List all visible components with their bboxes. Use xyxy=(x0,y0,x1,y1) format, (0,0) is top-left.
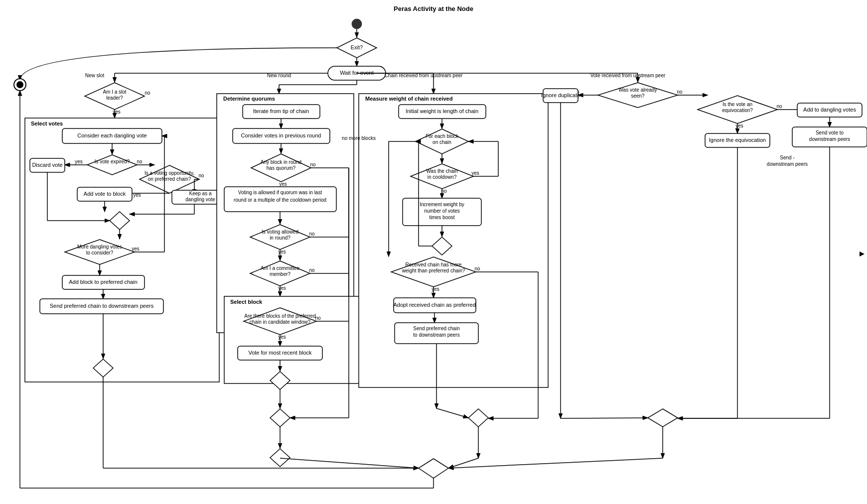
voting-opp-no: no xyxy=(198,173,204,178)
no-more-blocks-label: no more blocks xyxy=(342,135,376,141)
add-vote-label: Add vote to block xyxy=(84,191,126,197)
equivocation-label1: Is the vote an xyxy=(722,102,752,107)
keep-dangling-label2: dangling vote xyxy=(185,197,215,202)
consider-votes-prev-label: Consider votes in previous round xyxy=(241,132,321,138)
more-dangling-yes: yes xyxy=(132,246,140,252)
more-weight-no: no xyxy=(474,266,480,271)
more-weight-yes: yes xyxy=(432,286,439,292)
received-more-weight-label1: Received chain has more xyxy=(406,262,462,267)
exit-label: Exit? xyxy=(351,44,363,50)
equivocation-label2: equivocation? xyxy=(722,108,753,113)
select-block-title: Select block xyxy=(230,299,263,305)
more-dangling-label1: More dangling votes xyxy=(77,244,122,250)
measure-weight-title: Measure weight of chain received xyxy=(365,96,452,102)
voting-allowed-no: no xyxy=(309,231,315,237)
send-preferred-right-label1: Send preferred chain xyxy=(413,326,459,331)
ignore-equivocation-label: Ignore the equivocation xyxy=(709,137,766,143)
svg-line-81 xyxy=(561,418,648,418)
slot-leader-yes: yes xyxy=(113,109,121,115)
svg-point-3 xyxy=(16,81,23,88)
any-block-quorum-label1: Any block in round xyxy=(261,159,301,165)
discard-vote-label: Discard vote xyxy=(32,162,62,168)
select-block-section xyxy=(224,296,361,383)
keep-dangling-label1: Keep as a xyxy=(189,191,211,196)
blocks-no: no xyxy=(315,315,321,321)
send-vote-downstream-label2: downstream peers xyxy=(809,136,850,142)
slot-leader-label2: leader? xyxy=(106,95,123,101)
received-more-weight-label2: weight than preferred chain? xyxy=(402,268,465,273)
start-node xyxy=(352,19,362,29)
wait-for-event-label: Wait for event xyxy=(340,70,373,76)
increment-weight-label1: Increment weight by xyxy=(420,202,464,207)
chain-cooldown-label1: Was the chain xyxy=(427,168,458,174)
vote-recent-label: Vote for most recent block xyxy=(248,350,312,356)
select-votes-title: Select votes xyxy=(31,121,63,126)
voting-allowed-d-label1: Is voting allowed xyxy=(262,229,298,235)
send-downstream-right-label: Send - xyxy=(780,155,794,160)
slot-leader-label: Am I a slot xyxy=(103,89,126,95)
blocks-candidate-label1: Are there blocks of the preferred xyxy=(244,313,315,319)
voting-opp-label1: Is a voting opportunity, xyxy=(144,170,194,176)
expired-yes: yes xyxy=(75,159,83,164)
committee-member-label2: member? xyxy=(270,271,291,277)
adopt-received-label: Adopt received chain as preferred xyxy=(393,302,475,308)
send-preferred-left-label: Send preferred chain to downstream peers xyxy=(50,303,154,309)
new-slot-label: New slot xyxy=(85,73,105,78)
determine-quorums-title: Determine quorums xyxy=(223,96,275,102)
committee-member-label1: Am I a committee xyxy=(261,265,299,271)
consider-dangling-label: Consider each dangling vote xyxy=(77,132,146,138)
voting-allowed-d-label2: in round? xyxy=(270,235,290,241)
quorum-no: no xyxy=(310,162,316,167)
send-downstream-right-label2: downstream peers xyxy=(767,161,808,167)
cooldown-yes: yes xyxy=(471,170,479,176)
for-each-block-label1: For each block xyxy=(426,133,459,139)
iterate-tip-label: Iterate from tip of chain xyxy=(253,108,309,114)
blocks-candidate-label2: chain in candidate window? xyxy=(250,319,311,325)
voting-allowed-label2: round or a multiple of the cooldown peri… xyxy=(234,197,326,203)
voting-allowed-yes: yes xyxy=(278,249,286,254)
voting-opp-label2: on preferred chain? xyxy=(148,176,191,182)
committee-yes: yes xyxy=(278,285,286,291)
increment-weight-label2: number of votes xyxy=(424,208,460,214)
diagram-title: Peras Activity at the Node xyxy=(394,5,473,12)
equivocation-no: no xyxy=(776,104,782,109)
quorum-yes: yes xyxy=(279,181,287,187)
vote-seen-label1: Was vote already xyxy=(619,87,657,93)
initial-weight-label: Initial weight is length of chain xyxy=(406,108,478,114)
diagram-container: Peras Activity at the Node Exit? Wait fo… xyxy=(0,0,867,504)
send-vote-downstream-label1: Send vote to xyxy=(816,130,844,135)
blocks-yes: yes xyxy=(278,334,286,340)
equivocation-yes: yes xyxy=(735,123,743,128)
committee-no: no xyxy=(309,267,315,273)
add-dangling-label: Add to dangling votes xyxy=(803,107,856,113)
add-block-preferred-label: Add block to preferred chain xyxy=(69,279,138,285)
voting-allowed-label1: Voting is allowed if quorum was in last xyxy=(238,190,322,195)
vote-expired-label: Is vote expired? xyxy=(95,159,130,164)
vote-seen-no: no xyxy=(677,89,683,95)
increment-weight-label3: times boost xyxy=(429,215,454,220)
more-dangling-label2: to consider? xyxy=(86,250,114,255)
vote-seen-label2: seen? xyxy=(631,93,645,99)
send-preferred-right-label2: to downstream peers xyxy=(413,332,459,338)
for-each-block-label2: on chain xyxy=(433,139,451,145)
ignore-duplicate-label: Ignore duplicate xyxy=(541,92,580,98)
any-block-quorum-label2: has quorum? xyxy=(267,165,296,171)
expired-no: no xyxy=(137,159,143,164)
chain-cooldown-label2: in cooldown? xyxy=(428,174,457,180)
slot-leader-no: no xyxy=(144,90,150,96)
